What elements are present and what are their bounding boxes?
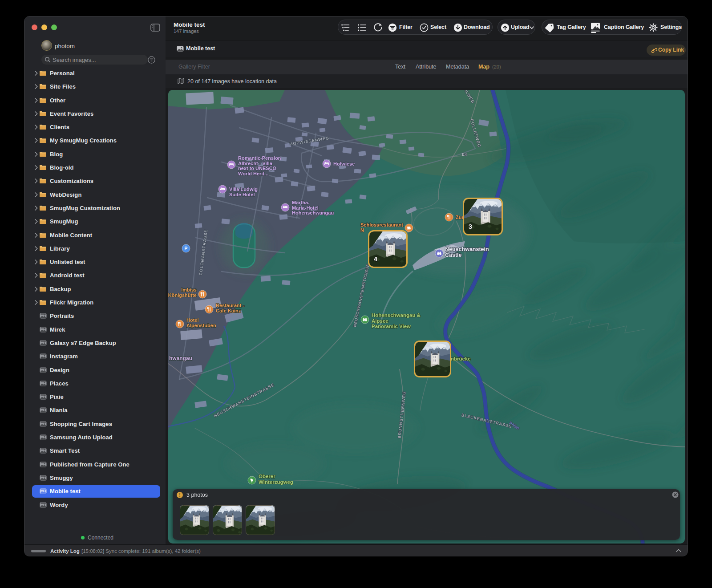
- svg-text:Maria-Hotel: Maria-Hotel: [292, 205, 319, 211]
- svg-text:Villa Ludwig: Villa Ludwig: [229, 187, 258, 192]
- svg-text:Oberer: Oberer: [259, 474, 275, 479]
- svg-text:World Herit...: World Herit...: [238, 171, 268, 176]
- svg-text:Hotel: Hotel: [186, 317, 199, 323]
- svg-text:Königshütte: Königshütte: [168, 292, 197, 298]
- svg-text:P: P: [184, 246, 187, 251]
- svg-text:Suite Hotel: Suite Hotel: [229, 192, 255, 197]
- svg-text:Cafe Kainz: Cafe Kainz: [216, 308, 241, 313]
- svg-text:Pöllat: Pöllat: [508, 420, 520, 430]
- svg-text:4: 4: [374, 255, 378, 263]
- svg-text:Alpsee: Alpsee: [372, 318, 388, 324]
- svg-text:Winterzugweg: Winterzugweg: [259, 479, 293, 485]
- svg-text:Restaurant -: Restaurant -: [216, 303, 245, 308]
- svg-text:Panoramic View: Panoramic View: [372, 324, 411, 329]
- svg-text:next to UNESCO: next to UNESCO: [238, 166, 277, 171]
- svg-text:Martha-: Martha-: [292, 200, 310, 205]
- svg-text:Hohenschwangau &: Hohenschwangau &: [372, 312, 421, 318]
- svg-text:Hohenschwangau: Hohenschwangau: [292, 210, 334, 215]
- svg-text:E4: E4: [462, 152, 467, 157]
- svg-text:3: 3: [469, 223, 472, 230]
- svg-text:Schlossrestaurant: Schlossrestaurant: [360, 222, 403, 227]
- svg-text:Imbiss: Imbiss: [181, 287, 197, 292]
- svg-text:hwangau: hwangau: [169, 355, 192, 361]
- svg-text:Alpenstuben: Alpenstuben: [186, 323, 216, 328]
- svg-text:Albrecht - Villa: Albrecht - Villa: [238, 161, 273, 166]
- svg-text:Neuschwanstein: Neuschwanstein: [445, 246, 489, 252]
- svg-text:Hofwiese: Hofwiese: [333, 161, 355, 166]
- svg-text:Castle: Castle: [445, 252, 462, 258]
- svg-text:nbrücke: nbrücke: [451, 356, 471, 361]
- svg-text:N: N: [360, 227, 364, 233]
- svg-text:Romantic-Pension: Romantic-Pension: [238, 155, 281, 161]
